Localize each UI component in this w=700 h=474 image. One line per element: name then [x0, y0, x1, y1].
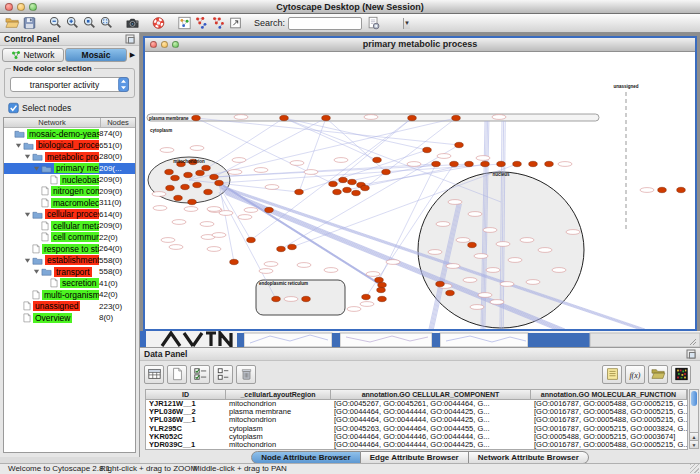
formula-builder-icon[interactable]: f(x) [625, 365, 645, 384]
float-panel-icon[interactable] [686, 349, 696, 359]
open-icon[interactable] [4, 15, 21, 31]
tree-col-nodes[interactable]: Nodes [101, 118, 135, 127]
scroll-up-arrow[interactable]: ▲ [690, 432, 698, 440]
delete-attribute-icon[interactable] [236, 365, 256, 384]
graph-node[interactable] [174, 195, 183, 200]
unselect-attributes-icon[interactable] [213, 365, 233, 384]
network-view-window[interactable]: primary metabolic process plasma membran… [143, 36, 697, 331]
graph-node[interactable] [181, 184, 190, 189]
select-nodes-checkbox[interactable] [8, 102, 19, 113]
zoom-out-icon[interactable] [47, 15, 64, 31]
table-row[interactable]: YKR052Ccytoplasm[GO:0044464, GO:0044446,… [146, 433, 687, 441]
graph-node[interactable] [196, 170, 205, 175]
tree-row[interactable]: multi-organism pro42(0) [4, 289, 135, 301]
table-row[interactable]: YJR121W__1mitochondrion[GO:0045267, GO:0… [146, 400, 687, 408]
graph-node[interactable] [202, 165, 211, 170]
tree-row[interactable]: response to stimul264(0) [4, 243, 135, 255]
search-dropdown-arrow[interactable]: ▼ [403, 18, 410, 29]
graph-node[interactable] [446, 290, 455, 295]
tree-expander-icon[interactable] [15, 142, 23, 149]
select-attributes-icon[interactable] [190, 365, 210, 384]
tree-row[interactable]: cellular metabo209(0) [4, 220, 135, 232]
graph-node[interactable] [677, 187, 686, 192]
matrix-icon[interactable] [671, 365, 691, 384]
graph-node[interactable] [497, 161, 506, 166]
graph-node[interactable] [378, 282, 387, 287]
tree-expander-icon[interactable] [24, 257, 32, 264]
table-icon[interactable] [144, 365, 164, 384]
attribute-list-icon[interactable] [602, 365, 622, 384]
tree-row[interactable]: establishment of lo558(0) [4, 255, 135, 267]
tree-row[interactable]: nucleobase-209(0) [4, 174, 135, 186]
graph-node[interactable] [450, 161, 459, 166]
node-color-dropdown[interactable]: transporter activity [10, 77, 129, 92]
tab-node-attribute-browser[interactable]: Node Attribute Browser [251, 451, 361, 463]
graph-node[interactable] [280, 115, 289, 120]
tree-expander-icon[interactable] [24, 153, 32, 160]
tree-row[interactable]: cell communicat22(0) [4, 232, 135, 244]
graph-node[interactable] [322, 115, 331, 120]
graphics-details-icon[interactable] [176, 15, 193, 31]
tree-col-network[interactable]: Network [4, 118, 101, 127]
tree-row[interactable]: macromolecule311(0) [4, 197, 135, 209]
graph-node[interactable] [215, 180, 224, 185]
tab-network-attribute-browser[interactable]: Network Attribute Browser [469, 451, 589, 463]
graph-node[interactable] [452, 115, 461, 120]
tree-row[interactable]: Overview8(0) [4, 312, 135, 324]
close-button[interactable] [150, 41, 157, 48]
graph-node[interactable] [375, 277, 384, 282]
table-row[interactable]: YPL036W__2plasma membrane[GO:0044464, GO… [146, 408, 687, 416]
help-icon[interactable] [150, 15, 167, 31]
graph-node[interactable] [408, 115, 417, 120]
tree-row[interactable]: metabolic process280(0) [4, 151, 135, 163]
graph-node[interactable] [247, 237, 256, 242]
zoom-window-button[interactable] [172, 41, 179, 48]
graph-node[interactable] [188, 199, 197, 204]
graph-node[interactable] [465, 161, 474, 166]
graph-node[interactable] [432, 161, 441, 166]
close-button[interactable] [5, 3, 13, 11]
graph-node[interactable] [529, 161, 538, 166]
graph-node[interactable] [171, 175, 180, 180]
graph-node[interactable] [545, 161, 554, 166]
network-merge-icon[interactable] [210, 15, 227, 31]
graph-node[interactable] [204, 189, 213, 194]
graph-node[interactable] [277, 246, 286, 251]
graph-node[interactable] [352, 190, 361, 195]
graph-node[interactable] [210, 174, 219, 179]
network-canvas[interactable]: plasma membranecytoplasmmitochondrionnuc… [145, 52, 695, 329]
table-column-header[interactable]: _cellularLayoutRegion [226, 390, 331, 399]
scroll-down-arrow[interactable]: ▼ [690, 440, 698, 448]
resize-grip[interactable] [690, 464, 699, 473]
tree-row[interactable]: biological_process651(0) [4, 140, 135, 152]
search-input[interactable] [289, 18, 403, 29]
graph-node[interactable] [361, 185, 370, 190]
tab-edge-attribute-browser[interactable]: Edge Attribute Browser [361, 451, 469, 463]
graph-node[interactable] [339, 177, 348, 182]
snapshot-icon[interactable] [124, 15, 141, 31]
tab-mosaic[interactable]: Mosaic [65, 48, 127, 62]
table-row[interactable]: YDR039C__1mitochondrion[GO:0044464, GO:0… [146, 441, 687, 449]
table-row[interactable]: YLR295Ccytoplasm[GO:0045263, GO:0044464,… [146, 425, 687, 433]
minimize-button[interactable] [17, 3, 25, 11]
tree-row[interactable]: secretion41(0) [4, 278, 135, 290]
tree-expander-icon[interactable] [33, 268, 41, 275]
graph-node[interactable] [166, 185, 175, 190]
table-column-header[interactable]: annotation.GO MOLECULAR_FUNCTION [531, 390, 687, 399]
graph-node[interactable] [333, 189, 342, 194]
graph-node[interactable] [343, 187, 352, 192]
graph-node[interactable] [423, 147, 432, 152]
tree-row[interactable]: transport558(0) [4, 266, 135, 278]
tree-row[interactable]: primary metabo209(... [4, 163, 135, 175]
graph-node[interactable] [373, 157, 382, 162]
graph-node[interactable] [481, 161, 490, 166]
tree-row[interactable]: nitrogen compo209(0) [4, 186, 135, 198]
tree-row[interactable]: unassigned223(0) [4, 301, 135, 313]
zoom-window-button[interactable] [29, 3, 37, 11]
tree-expander-icon[interactable] [33, 165, 41, 172]
table-column-header[interactable]: ID [146, 390, 226, 399]
graph-node[interactable] [513, 161, 522, 166]
graph-node[interactable] [382, 169, 391, 174]
graph-node[interactable] [193, 182, 202, 187]
tree-expander-icon[interactable] [24, 211, 32, 218]
